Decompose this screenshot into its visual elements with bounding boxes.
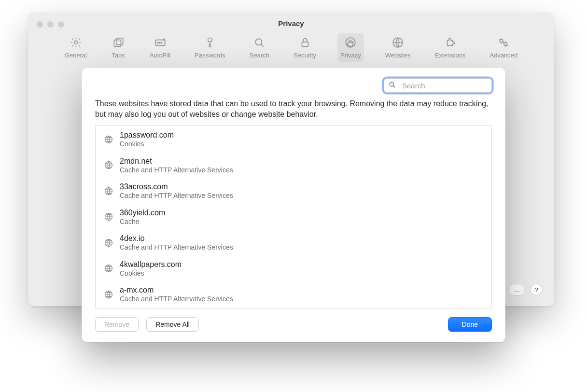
preferences-toolbar: General Tabs AutoFill Passwords Search S…	[28, 33, 554, 62]
svg-point-0	[74, 41, 77, 44]
site-meta: Cache and HTTP Alternative Services	[120, 243, 233, 252]
site-text: 360yield.comCache	[120, 208, 165, 226]
lock-icon	[298, 35, 312, 50]
globe-icon	[103, 160, 114, 170]
tab-label: Search	[250, 52, 269, 59]
site-row[interactable]: 1password.comCookies	[96, 127, 491, 154]
svg-point-6	[161, 42, 162, 43]
tab-general[interactable]: General	[62, 33, 90, 62]
zoom-window-button[interactable]	[58, 21, 64, 28]
svg-point-4	[157, 42, 158, 43]
sheet-description: These websites have stored data that can…	[95, 98, 492, 119]
site-row[interactable]: 360yield.comCache	[96, 205, 491, 231]
tab-search[interactable]: Search	[247, 33, 272, 62]
site-meta: Cache and HTTP Alternative Services	[120, 192, 233, 200]
globe-icon	[103, 211, 114, 222]
tab-websites[interactable]: Websites	[382, 33, 414, 62]
tab-label: Extensions	[435, 52, 466, 59]
background-action-buttons: ... ?	[510, 284, 543, 295]
close-window-button[interactable]	[37, 21, 43, 28]
puzzle-icon	[443, 35, 458, 50]
site-row[interactable]: 4kwallpapers.comCookies	[96, 257, 491, 283]
search-icon	[388, 81, 396, 91]
tab-label: Security	[294, 52, 316, 59]
search-field-wrapper[interactable]	[384, 78, 492, 93]
site-text: 4dex.ioCache and HTTP Alternative Servic…	[120, 234, 233, 252]
tab-label: AutoFill	[150, 52, 170, 59]
svg-point-12	[500, 40, 503, 43]
svg-rect-1	[114, 40, 121, 47]
svg-rect-9	[302, 42, 308, 47]
details-button[interactable]: ...	[510, 284, 524, 295]
website-data-list[interactable]: 1password.comCookies2mdn.netCache and HT…	[95, 125, 492, 308]
site-text: 2mdn.netCache and HTTP Alternative Servi…	[120, 156, 233, 175]
gear-icon	[69, 35, 83, 50]
site-row[interactable]: 33across.comCache and HTTP Alternative S…	[96, 179, 491, 205]
site-meta: Cookies	[120, 140, 174, 149]
site-meta: Cookies	[120, 269, 182, 278]
tab-advanced[interactable]: Advanced	[487, 33, 520, 62]
tab-label: Tabs	[112, 52, 125, 59]
site-domain: 4kwallpapers.com	[120, 260, 182, 269]
site-text: 4kwallpapers.comCookies	[120, 260, 182, 278]
help-button[interactable]: ?	[530, 284, 543, 295]
svg-point-5	[159, 42, 160, 43]
site-row[interactable]: 4dex.ioCache and HTTP Alternative Servic…	[96, 231, 491, 257]
minimize-window-button[interactable]	[47, 21, 54, 28]
globe-icon	[103, 263, 114, 274]
tab-label: Passwords	[195, 52, 225, 59]
svg-point-7	[208, 38, 212, 42]
tab-privacy[interactable]: Privacy	[337, 33, 364, 62]
site-meta: Cache and HTTP Alternative Services	[120, 295, 233, 304]
tab-security[interactable]: Security	[291, 33, 319, 62]
tab-label: General	[65, 52, 87, 59]
remove-button[interactable]: Remove	[95, 317, 139, 332]
site-domain: a-mx.com	[120, 285, 233, 295]
tab-label: Advanced	[489, 52, 517, 59]
traffic-lights	[37, 21, 64, 28]
done-button[interactable]: Done	[448, 317, 492, 332]
globe-icon	[103, 238, 114, 248]
svg-point-8	[256, 39, 262, 45]
window-title: Privacy	[28, 13, 554, 28]
site-domain: 1password.com	[120, 130, 174, 140]
tabs-icon	[111, 35, 126, 50]
tab-autofill[interactable]: AutoFill	[147, 33, 173, 62]
site-text: 33across.comCache and HTTP Alternative S…	[120, 182, 233, 200]
tab-extensions[interactable]: Extensions	[432, 33, 469, 62]
key-icon	[203, 35, 217, 50]
site-row[interactable]: 2mdn.netCache and HTTP Alternative Servi…	[96, 154, 491, 180]
site-domain: 2mdn.net	[120, 156, 233, 166]
remove-all-button[interactable]: Remove All	[146, 317, 199, 332]
globe-icon	[103, 186, 114, 196]
search-icon	[252, 35, 266, 50]
globe-icon	[103, 289, 114, 300]
tab-label: Privacy	[340, 52, 361, 59]
tab-label: Websites	[385, 52, 411, 59]
site-meta: Cache and HTTP Alternative Services	[120, 166, 233, 175]
autofill-icon	[153, 35, 168, 50]
site-text: a-mx.comCache and HTTP Alternative Servi…	[120, 285, 233, 304]
search-input[interactable]	[402, 82, 494, 90]
site-meta: Cache	[120, 218, 165, 226]
site-domain: 360yield.com	[120, 208, 165, 218]
tab-tabs[interactable]: Tabs	[108, 33, 128, 62]
tab-passwords[interactable]: Passwords	[192, 33, 228, 62]
site-row[interactable]: a-mx.comCache and HTTP Alternative Servi…	[96, 282, 491, 308]
svg-point-14	[390, 82, 394, 86]
svg-point-13	[504, 42, 507, 46]
site-text: 1password.comCookies	[120, 130, 174, 149]
svg-rect-2	[116, 38, 123, 45]
globe-icon	[103, 134, 114, 145]
site-domain: 33across.com	[120, 182, 233, 192]
hand-icon	[343, 35, 358, 50]
manage-website-data-sheet: These websites have stored data that can…	[82, 68, 505, 342]
site-domain: 4dex.io	[120, 234, 233, 243]
gears-icon	[496, 35, 511, 50]
globe-icon	[391, 35, 405, 50]
